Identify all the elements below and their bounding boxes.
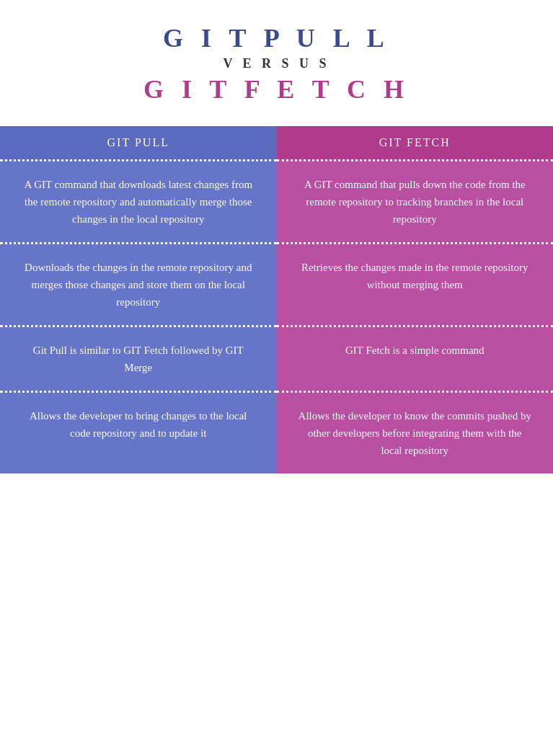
pull-cell-3: Git Pull is similar to GIT Fetch followe… [0, 325, 277, 391]
table-row: Git Pull is similar to GIT Fetch followe… [0, 325, 553, 391]
pull-cell-1: A GIT command that downloads latest chan… [0, 159, 277, 242]
fetch-column-header: GIT FETCH [277, 126, 554, 159]
fetch-cell-2: Retrieves the changes made in the remote… [277, 242, 554, 325]
fetch-cell-4: Allows the developer to know the commits… [277, 391, 554, 473]
pull-cell-4: Allows the developer to bring changes to… [0, 391, 277, 473]
comparison-table: GIT PULL GIT FETCH A GIT command that do… [0, 126, 553, 473]
fetch-cell-1: A GIT command that pulls down the code f… [277, 159, 554, 242]
table-row: A GIT command that downloads latest chan… [0, 159, 553, 242]
table-row: Downloads the changes in the remote repo… [0, 242, 553, 325]
column-headers: GIT PULL GIT FETCH [0, 126, 553, 159]
table-row: Allows the developer to bring changes to… [0, 391, 553, 473]
title-versus: V E R S U S [14, 56, 539, 71]
pull-cell-2: Downloads the changes in the remote repo… [0, 242, 277, 325]
title-git-fetch: G I T F E T C H [14, 74, 539, 104]
title-git-pull: G I T P U L L [14, 23, 539, 53]
fetch-cell-3: GIT Fetch is a simple command [277, 325, 554, 391]
pull-column-header: GIT PULL [0, 126, 277, 159]
page-header: G I T P U L L V E R S U S G I T F E T C … [0, 0, 553, 119]
